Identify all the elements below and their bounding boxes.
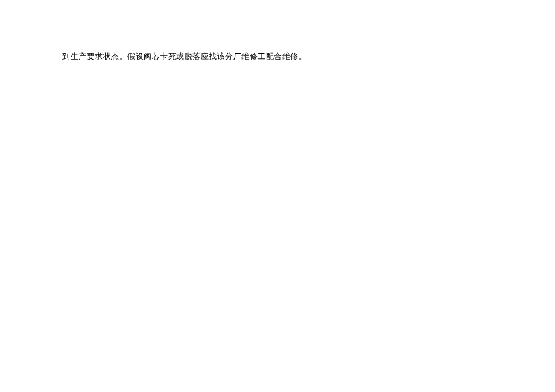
document-page: 到生产要求状态。假设阀芯卡死或脱落应找该分厂维修工配合维修。 (0, 0, 555, 392)
body-paragraph: 到生产要求状态。假设阀芯卡死或脱落应找该分厂维修工配合维修。 (62, 51, 306, 63)
